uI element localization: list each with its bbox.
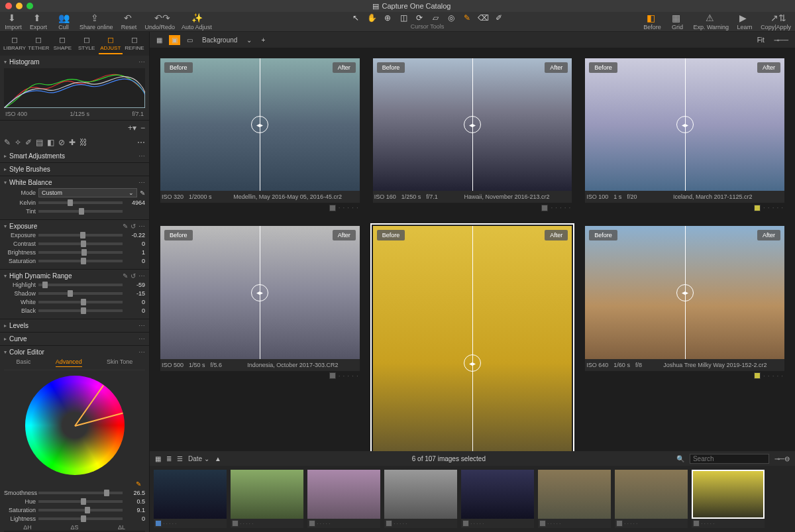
thumbnail-card[interactable]: BeforeAfter◂▸ISO 5001/50 sf/5.6Indonesia… [160, 226, 360, 451]
view-single-icon[interactable]: ▣ [169, 35, 180, 45]
cursor-hand-tool[interactable]: ✋ [365, 13, 378, 23]
exposure-warning-button[interactable]: ⚠Exp. Warning [693, 13, 729, 30]
wb-mode-select[interactable]: Custom ⌄ [38, 188, 137, 197]
hdr-highlight-slider[interactable] [38, 284, 123, 286]
tab-adjust[interactable]: ◻ADJUST [99, 33, 123, 54]
before-after-button[interactable]: ◧Before [643, 13, 661, 30]
color-tab-basic[interactable]: Basic [17, 358, 31, 367]
rating-dot[interactable]: · [356, 372, 358, 380]
add-tool-icon[interactable]: +▾ [128, 123, 136, 133]
view-grid-icon[interactable]: ▦ [154, 35, 165, 45]
maximize-window-button[interactable] [26, 3, 33, 9]
color-tag[interactable] [329, 205, 336, 211]
color-tab-skintone[interactable]: Skin Tone [107, 358, 132, 367]
eyedropper-icon[interactable]: ✎ [136, 480, 141, 488]
view-mode-thumb-icon[interactable]: ▦ [155, 455, 161, 462]
tab-style[interactable]: ◻STYLE [75, 33, 99, 54]
rating-dot[interactable]: · [781, 372, 783, 380]
color-tag[interactable] [754, 372, 761, 379]
fit-button[interactable]: Fit [755, 35, 767, 45]
heal-icon[interactable]: ✚ [69, 138, 76, 147]
more-icon[interactable]: ⋯ [137, 138, 145, 147]
split-handle[interactable]: ◂▸ [464, 354, 481, 372]
color-tag[interactable] [693, 520, 700, 527]
eyedropper-icon[interactable]: ✎ [140, 189, 145, 197]
hue-slider[interactable] [38, 500, 123, 503]
view-mode-list-icon[interactable]: ≣ [166, 455, 172, 462]
rating-dot[interactable]: · [768, 372, 770, 380]
rating-dot[interactable]: · [356, 204, 358, 211]
hdr-black-slider[interactable] [38, 309, 123, 312]
opacity-control[interactable]: ⌄ [244, 35, 254, 45]
color-tag[interactable] [539, 520, 546, 527]
add-layer-button[interactable]: + [258, 35, 268, 45]
rating-dot[interactable]: · [776, 204, 778, 211]
sort-direction-icon[interactable]: ▲ [215, 455, 221, 462]
color-tag[interactable] [462, 520, 469, 527]
filmstrip-item[interactable]: ····· [538, 470, 611, 528]
rating-dot[interactable]: · [768, 204, 770, 211]
exposure-exposure-slider[interactable] [38, 234, 123, 237]
tab-library[interactable]: ◻LIBRARY [3, 33, 26, 54]
learn-button[interactable]: ▶Learn [735, 13, 754, 30]
layers-dropdown[interactable]: ▭ [184, 35, 195, 45]
rating-dot[interactable]: · [564, 204, 566, 211]
saturation-slider[interactable] [38, 509, 123, 511]
export-button[interactable]: ⬆Export [29, 13, 48, 30]
wand-icon[interactable]: ✧ [15, 138, 21, 147]
cursor-mask-tool[interactable]: ✎ [460, 13, 474, 23]
cursor-zoom-tool[interactable]: ⊕ [381, 13, 394, 23]
rating-dot[interactable]: · [343, 372, 345, 380]
tab-refine[interactable]: ◻REFINE [123, 33, 146, 54]
cursor-crop-tool[interactable]: ◫ [397, 13, 410, 23]
thumbnail-card[interactable]: BeforeAfter◂▸ISO 3201/2000 sMedellin, Ma… [160, 58, 360, 213]
rating-dot[interactable]: · [555, 204, 557, 211]
smoothness-slider[interactable] [38, 492, 123, 494]
filmstrip-item[interactable]: ····· [692, 470, 765, 528]
rating-dot[interactable]: · [776, 372, 778, 380]
split-handle[interactable]: ◂▸ [676, 284, 694, 301]
cursor-select-tool[interactable]: ↖ [349, 13, 362, 23]
thumbnail-card[interactable]: BeforeAfter◂▸ISO 1601/250 sf/7.1Hawaii, … [373, 58, 572, 213]
auto-adjust-button[interactable]: ✨Auto Adjust [182, 13, 212, 30]
rating-dot[interactable]: · [560, 204, 562, 211]
rating-dot[interactable]: · [763, 372, 765, 380]
cursor-spot-tool[interactable]: ◎ [445, 13, 458, 23]
copy-apply-button[interactable]: ↗⇅Copy|Apply [761, 13, 791, 30]
cull-button[interactable]: 👥Cull [54, 13, 73, 30]
color-tag[interactable] [232, 520, 238, 527]
exposure-brightness-slider[interactable] [38, 251, 123, 254]
import-button[interactable]: ⬇Import [4, 13, 23, 30]
sort-dropdown[interactable]: Date ⌄ [188, 455, 209, 462]
filmstrip-item[interactable]: ····· [615, 470, 688, 528]
eyedropper-icon[interactable]: ✎ [4, 138, 11, 147]
split-handle[interactable]: ◂▸ [251, 116, 268, 133]
brush-icon[interactable]: ✐ [25, 138, 32, 147]
rating-dot[interactable]: · [347, 372, 349, 380]
color-tag[interactable] [541, 205, 548, 211]
filmstrip-item[interactable]: ····· [307, 470, 380, 528]
rating-dot[interactable]: · [551, 204, 553, 211]
rating-dot[interactable]: · [569, 204, 571, 211]
color-tag[interactable] [386, 520, 392, 527]
search-icon[interactable]: 🔍 [676, 455, 684, 462]
search-input[interactable] [690, 454, 769, 464]
split-handle[interactable]: ◂▸ [676, 116, 694, 133]
view-mode-icon[interactable]: ☰ [177, 455, 183, 462]
gradient-icon[interactable]: ▤ [36, 138, 43, 147]
filmstrip-item[interactable]: ····· [384, 470, 457, 528]
cursor-erase-tool[interactable]: ⌫ [476, 13, 490, 23]
zoom-slider-icon[interactable]: ⊸── [771, 35, 791, 45]
undo-redo-button[interactable]: ↶↷Undo/Redo [145, 13, 176, 30]
hdr-white-slider[interactable] [38, 301, 123, 303]
color-tag[interactable] [329, 372, 336, 379]
tab-shape[interactable]: ◻SHAPE [50, 33, 74, 54]
color-tag[interactable] [309, 520, 315, 527]
background-label[interactable]: Background [199, 35, 240, 45]
rating-dot[interactable]: · [781, 204, 783, 211]
filmstrip-item[interactable]: ····· [231, 470, 303, 528]
rating-dot[interactable]: · [343, 204, 345, 211]
exposure-saturation-slider[interactable] [38, 260, 123, 262]
hdr-shadow-slider[interactable] [38, 292, 123, 295]
rating-dot[interactable]: · [772, 372, 774, 380]
